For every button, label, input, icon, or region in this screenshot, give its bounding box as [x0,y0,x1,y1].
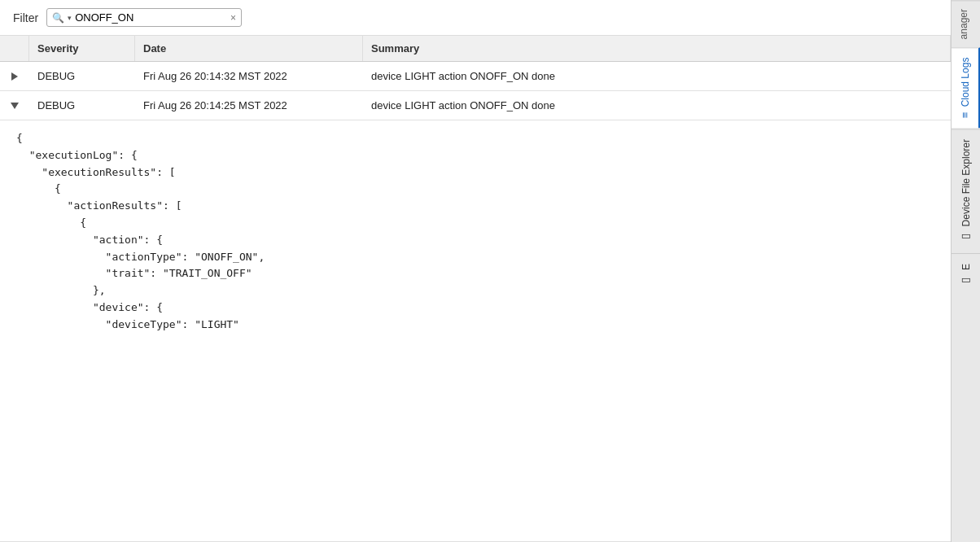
json-expanded-content: { "executionLog": { "executionResults": … [0,120,951,542]
table-row: DEBUG Fri Aug 26 20:14:25 MST 2022 devic… [0,91,951,120]
third-tab-label: E [960,264,972,270]
manager-label: anager [952,0,980,47]
row-1-date: Fri Aug 26 20:14:32 MST 2022 [135,62,363,90]
expand-icon [11,72,18,81]
filter-input[interactable] [75,11,227,24]
filter-input-wrapper: 🔍 ▾ × [46,8,242,27]
cloud-logs-icon: ≡ [959,112,971,119]
header-severity: Severity [29,36,135,61]
third-tab-icon: ▭ [960,275,972,287]
device-file-explorer-label: Device File Explorer [960,139,972,226]
row-1-expander[interactable] [0,64,29,89]
main-content: Filter 🔍 ▾ × Severity Date Summary DEBUG… [0,0,951,542]
filter-dropdown-arrow[interactable]: ▾ [68,14,72,22]
row-2-expander[interactable] [0,94,29,117]
table-row: DEBUG Fri Aug 26 20:14:32 MST 2022 devic… [0,62,951,91]
header-expander [0,36,29,61]
search-icon: 🔍 [52,12,64,24]
filter-bar: Filter 🔍 ▾ × [0,0,951,36]
table-body: DEBUG Fri Aug 26 20:14:32 MST 2022 devic… [0,62,951,120]
header-date: Date [135,36,363,61]
row-1-severity: DEBUG [29,62,135,90]
table-header: Severity Date Summary [0,36,951,62]
row-2-summary: device LIGHT action ONOFF_ON done [363,91,951,120]
sidebar-tab-cloud-logs[interactable]: ≡ Cloud Logs [952,47,980,128]
sidebar-tab-device-file-explorer[interactable]: ▭ Device File Explorer [952,129,980,253]
row-1-summary: device LIGHT action ONOFF_ON done [363,62,951,90]
filter-clear-button[interactable]: × [230,13,236,23]
sidebar-tab-third[interactable]: ▭ E [952,253,980,297]
right-sidebar: anager ≡ Cloud Logs ▭ Device File Explor… [951,0,980,542]
row-2-date: Fri Aug 26 20:14:25 MST 2022 [135,91,363,120]
collapse-icon [11,103,19,109]
cloud-logs-label: Cloud Logs [960,58,971,107]
row-2-severity: DEBUG [29,91,135,120]
filter-label: Filter [13,11,38,24]
header-summary: Summary [363,36,951,61]
json-text: { "executionLog": { "executionResults": … [16,130,934,334]
device-file-explorer-icon: ▭ [960,231,972,243]
